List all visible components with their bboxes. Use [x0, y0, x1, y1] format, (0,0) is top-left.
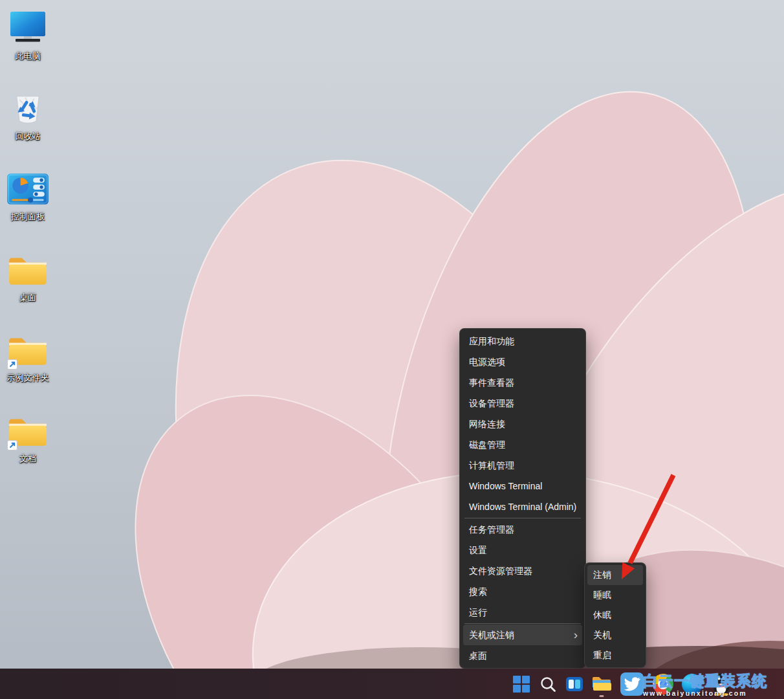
menu-item-label: 关机或注销	[469, 625, 514, 645]
running-indicator	[600, 695, 604, 697]
qq-icon[interactable]	[711, 672, 732, 696]
submenu-item-label: 重启	[593, 645, 611, 665]
menu-item[interactable]: 磁盘管理 ›	[463, 434, 582, 455]
menu-item-label: 搜索	[469, 581, 487, 602]
menu-item-label: 运行	[469, 602, 487, 623]
winx-context-menu: 应用和功能 › 电源选项 › 事件查看器 › 设备管理器 › 网络连接 › 磁盘…	[459, 328, 586, 669]
submenu-item[interactable]: 重启	[587, 645, 643, 665]
menu-item[interactable]: 计算机管理 ›	[463, 455, 582, 476]
menu-item-label: 文件资源管理器	[469, 560, 532, 581]
desktop-icon-label: 此电脑	[16, 51, 41, 61]
menu-separator	[464, 518, 581, 518]
menu-item[interactable]: 关机或注销 ›	[463, 625, 582, 645]
menu-item-label: Windows Terminal	[469, 476, 542, 496]
menu-item[interactable]: 文件资源管理器 ›	[463, 560, 582, 581]
desktop-icon-desktop-folder[interactable]: 桌面	[0, 249, 56, 302]
chrome-icon[interactable]	[653, 674, 673, 694]
submenu-chevron-icon: ›	[574, 625, 578, 645]
menu-item[interactable]: Windows Terminal ›	[463, 476, 582, 496]
menu-item[interactable]: 任务管理器 ›	[463, 519, 582, 540]
start-button[interactable]	[512, 675, 530, 693]
desktop-icon-recycle-bin[interactable]: 回收站	[0, 88, 56, 141]
menu-item[interactable]: 运行 ›	[463, 602, 582, 623]
control-panel-icon	[6, 168, 50, 210]
menu-item-label: 设备管理器	[469, 393, 514, 414]
shortcut-arrow-icon	[7, 440, 17, 450]
submenu-item[interactable]: 休眠	[587, 605, 643, 625]
menu-item-label: 电源选项	[469, 351, 505, 372]
desktop-wallpaper	[0, 0, 784, 699]
desktop-icon-this-pc[interactable]: 此电脑	[0, 8, 56, 61]
recycle-bin-icon	[6, 88, 50, 129]
submenu-item-label: 关机	[593, 625, 611, 645]
menu-item[interactable]: 桌面 ›	[463, 645, 582, 666]
taskbar-icons	[512, 669, 732, 699]
menu-item[interactable]: 应用和功能 ›	[463, 331, 582, 351]
submenu-item[interactable]: 睡眠	[587, 585, 643, 605]
menu-item-label: 事件查看器	[469, 372, 514, 393]
menu-item-label: 桌面	[469, 645, 487, 666]
menu-item-label: 磁盘管理	[469, 434, 505, 455]
desktop-icon-label: 桌面	[19, 293, 36, 302]
folder-icon	[6, 249, 50, 291]
folder-icon	[6, 329, 50, 371]
folder-icon	[6, 410, 50, 452]
menu-item-label: 任务管理器	[469, 519, 514, 540]
menu-item[interactable]: 电源选项 ›	[463, 351, 582, 372]
menu-item-label: 应用和功能	[469, 331, 514, 351]
menu-item-label: 设置	[469, 540, 487, 560]
submenu-item-label: 休眠	[593, 605, 611, 625]
search-icon[interactable]	[539, 675, 557, 693]
menu-item-label: 计算机管理	[469, 455, 514, 476]
menu-item-label: 网络连接	[469, 414, 505, 434]
desktop-icon-control-panel[interactable]: 控制面板	[0, 168, 56, 221]
shutdown-submenu: 注销 睡眠 休眠 关机 重启	[584, 562, 646, 668]
twitter-icon[interactable]	[620, 672, 644, 696]
menu-item[interactable]: Windows Terminal (Admin) ›	[463, 496, 582, 517]
menu-item[interactable]: 网络连接 ›	[463, 414, 582, 434]
menu-item-label: Windows Terminal (Admin)	[469, 496, 576, 517]
desktop-icon-label: 控制面板	[11, 212, 45, 221]
desktop-icon-label: 示例文件夹	[7, 373, 49, 383]
taskbar	[0, 669, 784, 699]
desktop-icon-sample-folder[interactable]: 示例文件夹	[0, 329, 56, 383]
desktop-icon-label: 文档	[19, 454, 36, 463]
submenu-item-label: 睡眠	[593, 585, 611, 605]
desktop-icon-documents[interactable]: 文档	[0, 410, 56, 463]
edge-icon[interactable]	[682, 674, 702, 694]
menu-separator	[464, 623, 581, 624]
submenu-item[interactable]: 注销	[587, 565, 643, 585]
shortcut-arrow-icon	[7, 359, 17, 370]
file-explorer-icon[interactable]	[592, 675, 611, 693]
desktop-icon-label: 回收站	[16, 131, 41, 141]
menu-item[interactable]: 设备管理器 ›	[463, 393, 582, 414]
task-view-icon[interactable]	[565, 675, 583, 693]
menu-item[interactable]: 搜索 ›	[463, 581, 582, 602]
menu-item[interactable]: 设置 ›	[463, 540, 582, 560]
this-pc-icon	[6, 8, 50, 49]
menu-item[interactable]: 事件查看器 ›	[463, 372, 582, 393]
submenu-item[interactable]: 关机	[587, 625, 643, 645]
submenu-item-label: 注销	[593, 565, 611, 585]
